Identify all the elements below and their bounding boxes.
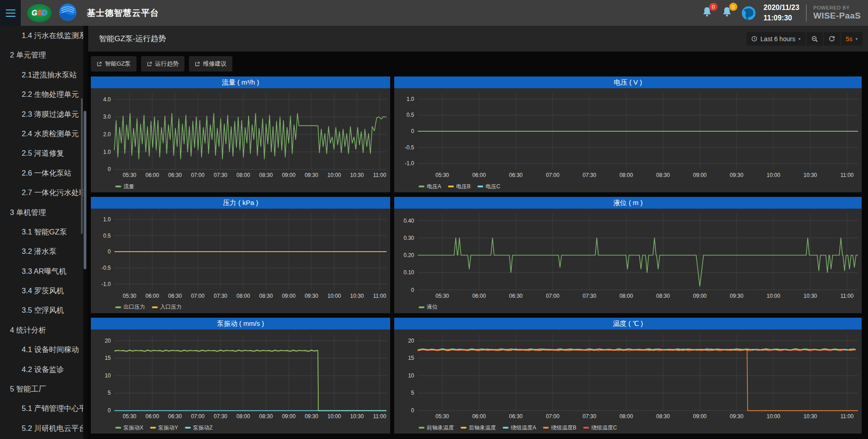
y-axis-tick-label: -1.0	[101, 281, 111, 287]
y-axis-tick-label: 0.20	[404, 252, 414, 258]
dashboard-toolbar: Last 6 hours ▾ 5s	[746, 32, 863, 46]
chart-canvas[interactable]	[418, 334, 858, 410]
y-axis-tick-label: 0	[108, 166, 111, 172]
legend-item[interactable]: 绕组温度C	[583, 424, 617, 432]
content-scrollbar-thumb[interactable]	[84, 111, 86, 269]
sidebar-item[interactable]: 3.1 智能GZ泵	[0, 222, 83, 242]
legend-item[interactable]: 泵振动Z	[185, 424, 212, 432]
legend-item[interactable]: 电压C	[477, 183, 500, 191]
x-axis-tick-label: 09:00	[693, 293, 707, 299]
panel-title[interactable]: 温度 ( ℃ )	[394, 318, 862, 329]
sidebar-item[interactable]: 2.6 一体化泵站	[0, 163, 83, 183]
x-axis-tick-label: 06:00	[146, 293, 159, 299]
y-axis-tick-label: 10	[105, 372, 111, 379]
x-axis-tick-label: 07:00	[546, 293, 559, 299]
chart-canvas[interactable]	[114, 93, 387, 169]
sidebar-item[interactable]: 3 单机管理	[0, 203, 83, 222]
x-axis-tick-label: 09:00	[282, 293, 296, 299]
x-axis-tick-label: 07:00	[191, 413, 204, 420]
sidebar-item[interactable]: 2.5 河道修复	[0, 143, 83, 163]
action-button-2[interactable]: 维修建议	[189, 56, 232, 72]
legend-item[interactable]: 绕组温度B	[543, 424, 576, 432]
y-axis-tick-label: 0	[411, 128, 414, 134]
legend-item[interactable]: 泵振动X	[115, 424, 143, 432]
time-range-picker[interactable]: Last 6 hours ▾	[746, 32, 806, 46]
sidebar-item[interactable]: 1.4 污水在线监测系统	[0, 26, 83, 45]
sidebar-item[interactable]: 3.5 空浮风机	[0, 301, 83, 320]
legend-color-dash	[448, 186, 454, 187]
x-axis-tick-label: 09:00	[282, 413, 296, 420]
content-scrollbar-track[interactable]	[83, 26, 87, 439]
legend-item[interactable]: 绕组温度A	[503, 424, 536, 432]
gsd-logo-letter: S	[37, 9, 42, 17]
legend-item[interactable]: 出口压力	[115, 303, 145, 311]
hamburger-menu-button[interactable]	[0, 0, 21, 26]
sidebar-item[interactable]: 5 智能工厂	[0, 379, 83, 399]
legend-item[interactable]: 液位	[419, 303, 438, 311]
x-axis-tick-label: 05:30	[123, 172, 137, 178]
alarm-bell-1[interactable]: 0	[701, 6, 713, 20]
y-axis-tick-label: 5	[108, 390, 111, 396]
panel-legend: 出口压力入口压力	[91, 301, 390, 313]
x-axis-tick-label: 07:00	[191, 293, 204, 299]
legend-item[interactable]: 电压A	[419, 183, 441, 191]
chart-canvas[interactable]	[114, 214, 387, 290]
x-axis-tick-label: 07:30	[214, 413, 227, 420]
gsd-logo-letter: D	[42, 9, 47, 17]
sidebar-item[interactable]: 3.4 罗茨风机	[0, 281, 83, 301]
x-axis-tick-label: 10:00	[767, 413, 780, 420]
legend-item[interactable]: 后轴承温度	[461, 424, 496, 432]
refresh-button[interactable]	[824, 32, 840, 46]
panel-title[interactable]: 电压 ( V )	[394, 76, 862, 88]
panel-title[interactable]: 流量 ( m³/h )	[91, 76, 390, 88]
refresh-interval-dropdown[interactable]: 5s ▾	[841, 32, 863, 46]
language-globe-button[interactable]	[741, 5, 756, 21]
external-link-icon	[147, 62, 152, 67]
legend-color-dash	[461, 427, 467, 429]
x-axis-tick-label: 08:30	[656, 293, 670, 299]
refresh-interval-label: 5s	[846, 35, 853, 43]
sidebar-item[interactable]: 3.2 潜水泵	[0, 242, 83, 261]
panel-title[interactable]: 压力 ( kPa )	[91, 197, 390, 209]
legend-color-dash	[150, 427, 156, 429]
legend-color-dash	[583, 427, 589, 429]
y-axis-tick-label: 20	[408, 338, 414, 344]
sidebar-item[interactable]: 2.2 生物处理单元	[0, 85, 83, 104]
alarm-bell-2[interactable]: 0	[721, 6, 733, 20]
x-axis-tick-label: 06:00	[472, 293, 486, 299]
sidebar-item[interactable]: 5.1 产销管理中心平台	[0, 399, 83, 418]
sidebar-item[interactable]: 2.3 薄膜过滤单元	[0, 105, 83, 124]
sidebar-item[interactable]: 3.3 AR曝气机	[0, 262, 83, 281]
sidebar-item[interactable]: 4.1 设备时间稼动	[0, 340, 83, 359]
chart-canvas[interactable]	[418, 214, 858, 290]
sidebar-item[interactable]: 5.2 川研机电云平台	[0, 419, 83, 438]
x-axis-tick-label: 08:30	[259, 172, 273, 178]
chart-panel: 泵振动 ( mm/s ) 2015105005:3006:0006:3007:0…	[91, 318, 390, 434]
y-axis-tick-label: 5	[411, 390, 414, 396]
legend-item[interactable]: 入口压力	[152, 303, 182, 311]
zoom-out-button[interactable]	[807, 32, 823, 46]
action-button-1[interactable]: 运行趋势	[141, 56, 184, 72]
legend-item[interactable]: 电压B	[448, 183, 471, 191]
chart-canvas[interactable]	[114, 334, 387, 410]
sidebar-scrollbar[interactable]	[81, 98, 83, 234]
chart-canvas[interactable]	[418, 93, 858, 169]
sidebar-item[interactable]: 4.2 设备监诊	[0, 360, 83, 379]
legend-item[interactable]: 前轴承温度	[419, 424, 454, 432]
action-buttons: 智能GZ泵运行趋势维修建议	[88, 52, 868, 76]
panel-title[interactable]: 液位 ( m )	[394, 197, 862, 209]
time-range-label: Last 6 hours	[760, 35, 795, 43]
legend-item[interactable]: 流量	[115, 183, 134, 191]
panel-title[interactable]: 泵振动 ( mm/s )	[91, 318, 390, 329]
plot-region: 1.00.50-0.5-1.005:3006:0006:3007:0007:30…	[394, 88, 862, 181]
sidebar-item[interactable]: 2.4 水质检测单元	[0, 124, 83, 143]
sidebar-item[interactable]: 2.1进流抽水泵站	[0, 65, 83, 85]
y-axis-tick-label: 15	[105, 355, 111, 361]
chevron-down-icon: ▾	[798, 37, 801, 41]
sidebar-item[interactable]: 4 统计分析	[0, 320, 83, 340]
action-button-0[interactable]: 智能GZ泵	[91, 56, 137, 72]
sidebar-item[interactable]: 2 单元管理	[0, 45, 83, 65]
sidebar-item[interactable]: 2.7 一体化污水处理	[0, 183, 83, 202]
y-axis-tick-label: 0.5	[406, 112, 414, 118]
legend-item[interactable]: 泵振动Y	[150, 424, 178, 432]
